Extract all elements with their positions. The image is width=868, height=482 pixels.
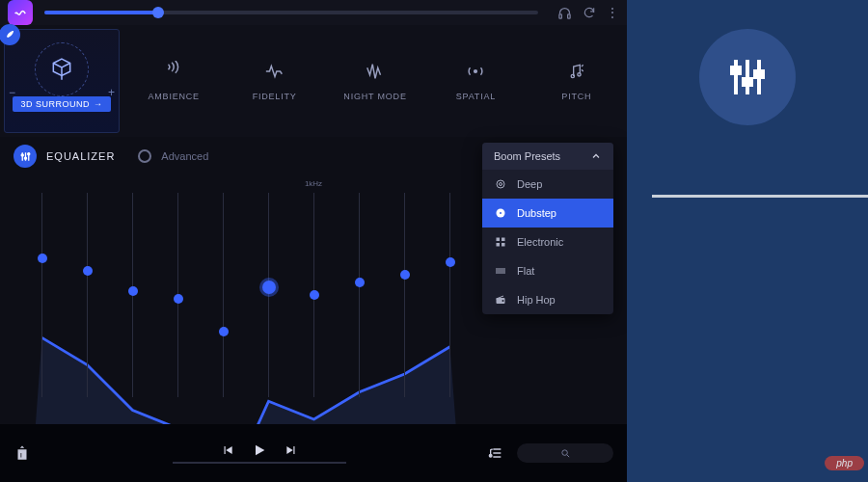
chevron-up-icon xyxy=(590,150,602,162)
svg-rect-14 xyxy=(497,243,501,247)
effects-row: − + 3D SURROUND→ AMBIENCE FIDELITY xyxy=(0,25,627,137)
equalizer-title: EQUALIZER xyxy=(46,150,115,162)
svg-point-9 xyxy=(500,183,502,186)
preset-item-dubstep[interactable]: Dubstep xyxy=(482,199,613,228)
effect-label: FIDELITY xyxy=(253,92,297,101)
svg-rect-21 xyxy=(744,79,751,85)
eq-band-slider[interactable] xyxy=(155,193,201,397)
eq-band-slider[interactable] xyxy=(337,193,382,397)
svg-point-3 xyxy=(571,74,574,77)
equalizer-toggle[interactable] xyxy=(14,145,37,168)
eq-band-slider[interactable] xyxy=(427,193,473,397)
effect-label: AMBIENCE xyxy=(148,92,199,101)
decrease-icon[interactable]: − xyxy=(9,86,15,99)
preset-label: Dubstep xyxy=(517,207,556,219)
eq-band-slider[interactable] xyxy=(65,193,110,397)
radio-icon xyxy=(494,294,507,306)
volume-slider[interactable] xyxy=(44,11,538,14)
svg-point-18 xyxy=(489,454,492,457)
preset-item-electronic[interactable]: Electronic xyxy=(482,228,613,256)
preset-item-deep[interactable]: Deep xyxy=(482,170,613,199)
eq-band-slider[interactable] xyxy=(291,193,337,397)
svg-rect-13 xyxy=(502,238,505,242)
progress-bar[interactable] xyxy=(173,462,346,464)
pitch-icon xyxy=(567,61,586,82)
sliders-circle-icon xyxy=(699,29,796,125)
night-mode-icon xyxy=(364,61,387,82)
svg-rect-12 xyxy=(497,238,501,242)
php-watermark: php xyxy=(825,456,864,470)
svg-point-7 xyxy=(27,152,29,154)
svg-point-5 xyxy=(21,153,23,155)
prev-track-button[interactable] xyxy=(221,443,234,457)
svg-point-4 xyxy=(578,73,581,76)
queue-icon[interactable] xyxy=(488,445,503,461)
preset-item-flat[interactable]: Flat xyxy=(482,256,613,285)
ambience-icon xyxy=(163,61,184,82)
svg-point-17 xyxy=(502,300,504,302)
effect-spatial[interactable]: SPATIAL xyxy=(425,25,526,137)
effect-ambience[interactable]: AMBIENCE xyxy=(123,25,224,137)
refresh-icon[interactable] xyxy=(581,4,598,21)
library-icon[interactable] xyxy=(14,444,31,462)
svg-point-11 xyxy=(500,212,502,214)
eq-band-slider[interactable] xyxy=(110,193,155,397)
eq-band-slider[interactable] xyxy=(201,193,246,397)
increase-icon[interactable]: + xyxy=(108,86,115,99)
svg-point-2 xyxy=(475,70,477,73)
eq-band-slider[interactable] xyxy=(19,193,65,397)
svg-point-8 xyxy=(497,180,504,188)
player-footer xyxy=(0,424,627,482)
fidelity-icon xyxy=(263,61,286,82)
kebab-menu-icon[interactable]: ⋮ xyxy=(606,5,619,20)
search-box[interactable] xyxy=(517,443,613,463)
effect-main-label: 3D SURROUND→ xyxy=(13,96,110,112)
effect-night-mode[interactable]: NIGHT MODE xyxy=(325,25,425,137)
preset-label: Hip Hop xyxy=(517,294,556,306)
svg-rect-0 xyxy=(558,13,561,17)
cube-icon xyxy=(42,50,81,89)
svg-rect-1 xyxy=(567,13,570,17)
play-button[interactable] xyxy=(252,442,267,458)
svg-rect-22 xyxy=(755,71,763,77)
app-logo-icon xyxy=(8,0,33,25)
transport-controls xyxy=(221,442,298,458)
effect-3d-surround[interactable]: − + 3D SURROUND→ xyxy=(4,29,120,133)
preset-label: Deep xyxy=(517,178,542,190)
next-track-button[interactable] xyxy=(285,443,298,457)
preset-item-hiphop[interactable]: Hip Hop xyxy=(482,285,613,314)
effect-label: NIGHT MODE xyxy=(343,92,406,101)
effect-pitch[interactable]: PITCH xyxy=(527,25,627,137)
svg-point-19 xyxy=(561,449,567,455)
spatial-icon xyxy=(464,61,487,82)
effect-label: PITCH xyxy=(561,92,591,101)
advanced-radio[interactable] xyxy=(138,149,151,163)
svg-rect-15 xyxy=(502,243,505,247)
svg-rect-20 xyxy=(732,67,740,73)
audio-app-window: ⋮ − + 3D SURROUND→ AMBIENCE xyxy=(0,0,627,482)
svg-point-6 xyxy=(24,157,26,159)
headphones-icon[interactable] xyxy=(556,4,573,21)
side-panel: php xyxy=(627,0,868,482)
circle-icon xyxy=(494,178,507,190)
eq-band-slider[interactable] xyxy=(382,193,427,397)
effects-list: AMBIENCE FIDELITY NIGHT MODE SPATIAL xyxy=(123,25,627,137)
advanced-label: Advanced xyxy=(161,150,208,162)
effect-fidelity[interactable]: FIDELITY xyxy=(224,25,324,137)
effect-label: SPATIAL xyxy=(456,92,496,101)
divider-line xyxy=(652,195,868,198)
eq-bands xyxy=(19,193,473,397)
equalizer-body: 1kHz Boom Presets DeepDubstepElectronicF… xyxy=(0,175,627,407)
preset-label: Electronic xyxy=(517,236,563,248)
grid-icon xyxy=(494,236,507,248)
eq-band-slider[interactable] xyxy=(246,193,291,397)
feather-icon xyxy=(0,24,20,45)
preset-label: Flat xyxy=(517,265,534,277)
header-bar: ⋮ xyxy=(0,0,627,25)
bars-icon xyxy=(494,265,507,277)
presets-dropdown: Boom Presets DeepDubstepElectronicFlatHi… xyxy=(482,143,613,314)
disc-icon xyxy=(494,207,507,219)
presets-header[interactable]: Boom Presets xyxy=(482,143,613,170)
